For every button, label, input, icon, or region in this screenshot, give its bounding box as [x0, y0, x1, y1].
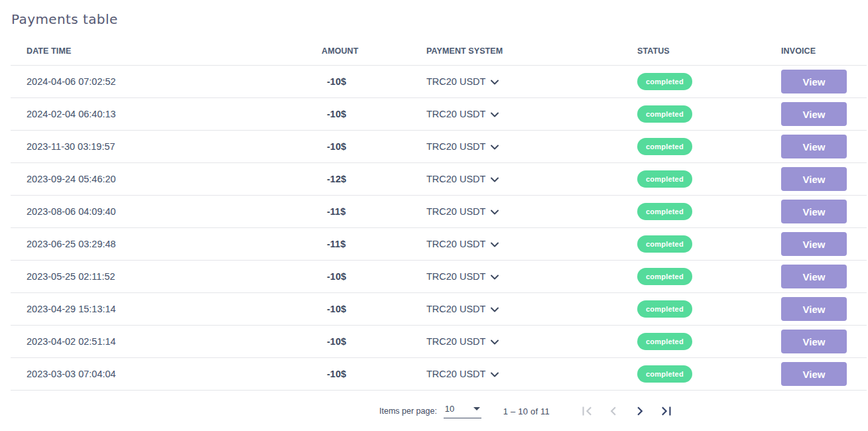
previous-page-button[interactable] — [604, 402, 623, 420]
caret-down-icon — [473, 407, 480, 410]
next-page-button[interactable] — [631, 402, 649, 420]
page-title: Payments table — [11, 11, 868, 27]
payment-system-value: TRC20 USDT — [426, 76, 485, 87]
items-per-page-label: Items per page: — [379, 406, 437, 416]
amount-cell: -10$ — [322, 304, 426, 314]
payments-table: DATE TIME AMOUNT PAYMENT SYSTEM STATUS I… — [11, 36, 867, 391]
column-header-payment-system: PAYMENT SYSTEM — [426, 46, 637, 56]
page-size-select[interactable]: 10 — [444, 404, 481, 418]
status-badge: completed — [637, 268, 692, 285]
view-invoice-button[interactable]: View — [781, 232, 847, 256]
date-time-cell: 2023-04-02 02:51:14 — [27, 336, 322, 347]
view-invoice-button[interactable]: View — [781, 297, 847, 321]
table-row: 2023-06-25 03:29:48 -11$ TRC20 USDT comp… — [11, 228, 867, 261]
table-row: 2023-04-29 15:13:14 -10$ TRC20 USDT comp… — [11, 293, 867, 326]
table-body: 2024-04-06 07:02:52 -10$ TRC20 USDT comp… — [11, 66, 867, 391]
chevron-down-icon — [489, 142, 500, 153]
column-header-status: STATUS — [637, 46, 781, 56]
date-time-cell: 2023-06-25 03:29:48 — [27, 239, 322, 249]
paginator: Items per page: 10 1 – 10 of 11 — [379, 391, 868, 420]
first-page-icon — [578, 402, 595, 420]
paginator-nav — [578, 402, 676, 420]
payment-system-value: TRC20 USDT — [426, 239, 485, 249]
view-invoice-button[interactable]: View — [781, 265, 847, 288]
date-time-cell: 2024-04-06 07:02:52 — [27, 76, 322, 87]
chevron-down-icon — [489, 337, 500, 347]
amount-cell: -10$ — [322, 271, 426, 282]
payment-system-value: TRC20 USDT — [426, 141, 485, 152]
view-invoice-button[interactable]: View — [781, 330, 847, 353]
chevron-left-icon — [605, 402, 622, 420]
date-time-cell: 2024-02-04 06:40:13 — [27, 109, 322, 119]
payment-system-value: TRC20 USDT — [426, 336, 485, 347]
status-badge: completed — [637, 365, 692, 383]
view-invoice-button[interactable]: View — [781, 167, 847, 191]
table-row: 2023-11-30 03:19:57 -10$ TRC20 USDT comp… — [11, 131, 867, 163]
amount-cell: -10$ — [322, 369, 426, 379]
first-page-button[interactable] — [578, 402, 596, 420]
range-label: 1 – 10 of 11 — [503, 406, 550, 416]
payment-system-value: TRC20 USDT — [426, 174, 485, 184]
chevron-down-icon — [489, 174, 500, 185]
page-size-value: 10 — [445, 404, 454, 414]
amount-cell: -10$ — [322, 76, 426, 87]
payment-system-select[interactable]: TRC20 USDT — [426, 238, 500, 250]
status-badge: completed — [637, 333, 692, 350]
chevron-down-icon — [489, 77, 500, 88]
table-row: 2023-04-02 02:51:14 -10$ TRC20 USDT comp… — [11, 326, 867, 358]
payment-system-value: TRC20 USDT — [426, 369, 485, 379]
payment-system-select[interactable]: TRC20 USDT — [426, 76, 500, 88]
view-invoice-button[interactable]: View — [781, 135, 847, 158]
payment-system-value: TRC20 USDT — [426, 109, 485, 119]
date-time-cell: 2023-03-03 07:04:04 — [27, 369, 322, 379]
payment-system-select[interactable]: TRC20 USDT — [426, 303, 500, 315]
last-page-button[interactable] — [657, 402, 676, 420]
status-badge: completed — [637, 73, 692, 90]
last-page-icon — [658, 402, 675, 420]
view-invoice-button[interactable]: View — [781, 200, 847, 223]
column-header-invoice: INVOICE — [781, 46, 867, 56]
view-invoice-button[interactable]: View — [781, 362, 847, 386]
status-badge: completed — [637, 235, 692, 253]
table-row: 2023-08-06 04:09:40 -11$ TRC20 USDT comp… — [11, 196, 867, 228]
payment-system-value: TRC20 USDT — [426, 304, 485, 314]
chevron-right-icon — [631, 402, 649, 420]
status-badge: completed — [637, 300, 692, 318]
status-badge: completed — [637, 105, 692, 123]
payment-system-value: TRC20 USDT — [426, 206, 485, 217]
date-time-cell: 2023-04-29 15:13:14 — [27, 304, 322, 314]
status-badge: completed — [637, 138, 692, 155]
chevron-down-icon — [489, 109, 500, 120]
date-time-cell: 2023-05-25 02:11:52 — [27, 271, 322, 282]
payment-system-select[interactable]: TRC20 USDT — [426, 336, 500, 347]
status-badge: completed — [637, 203, 692, 220]
column-header-amount: AMOUNT — [322, 46, 426, 56]
payment-system-select[interactable]: TRC20 USDT — [426, 206, 500, 217]
table-row: 2024-04-06 07:02:52 -10$ TRC20 USDT comp… — [11, 66, 867, 98]
payment-system-select[interactable]: TRC20 USDT — [426, 108, 500, 120]
payment-system-select[interactable]: TRC20 USDT — [426, 368, 500, 380]
chevron-down-icon — [489, 239, 500, 250]
payment-system-select[interactable]: TRC20 USDT — [426, 141, 500, 153]
amount-cell: -10$ — [322, 336, 426, 347]
chevron-down-icon — [489, 304, 500, 315]
amount-cell: -12$ — [322, 174, 426, 184]
status-badge: completed — [637, 170, 692, 188]
view-invoice-button[interactable]: View — [781, 70, 847, 93]
amount-cell: -11$ — [322, 239, 426, 249]
chevron-down-icon — [489, 272, 500, 282]
amount-cell: -10$ — [322, 141, 426, 152]
table-row: 2023-03-03 07:04:04 -10$ TRC20 USDT comp… — [11, 358, 867, 391]
chevron-down-icon — [489, 207, 500, 217]
payment-system-select[interactable]: TRC20 USDT — [426, 173, 500, 185]
amount-cell: -11$ — [322, 206, 426, 217]
amount-cell: -10$ — [322, 109, 426, 119]
payment-system-select[interactable]: TRC20 USDT — [426, 271, 500, 282]
date-time-cell: 2023-11-30 03:19:57 — [27, 141, 322, 152]
table-row: 2024-02-04 06:40:13 -10$ TRC20 USDT comp… — [11, 98, 867, 131]
date-time-cell: 2023-08-06 04:09:40 — [27, 206, 322, 217]
table-row: 2023-05-25 02:11:52 -10$ TRC20 USDT comp… — [11, 261, 867, 293]
date-time-cell: 2023-09-24 05:46:20 — [27, 174, 322, 184]
view-invoice-button[interactable]: View — [781, 102, 847, 126]
table-row: 2023-09-24 05:46:20 -12$ TRC20 USDT comp… — [11, 163, 867, 196]
